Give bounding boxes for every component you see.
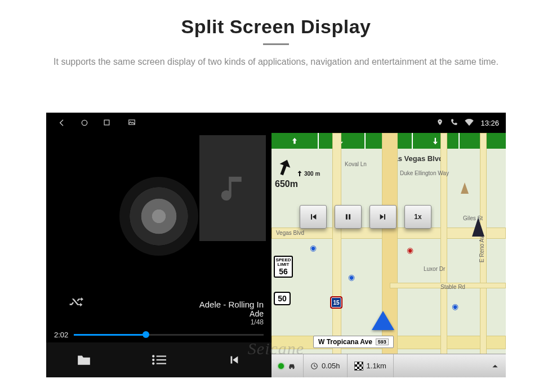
previous-track-icon[interactable] — [226, 352, 242, 368]
turn-instruction: 300 m 650m — [275, 158, 320, 189]
svg-point-3 — [439, 121, 441, 122]
checkered-flag-icon — [354, 362, 363, 371]
phone-icon — [450, 118, 458, 128]
map-pin-icon: ◉ — [348, 273, 355, 282]
road-label: Stable Rd — [440, 284, 465, 290]
progress-bar[interactable] — [74, 334, 264, 336]
device-frame: 13:26 Adele - Rolling In Ade 1/48 2:02 — [46, 113, 506, 377]
road-label: Giles St — [463, 215, 483, 221]
nav-speed-button[interactable]: 1x — [404, 205, 431, 229]
navigation-footer: 0.05h 1.1km — [271, 354, 506, 377]
folder-icon[interactable] — [76, 352, 92, 368]
road-label: Vegas Blvd — [276, 230, 304, 236]
back-icon[interactable] — [57, 118, 66, 127]
svg-point-13 — [292, 367, 293, 368]
chevron-up-icon — [491, 362, 499, 370]
svg-point-6 — [152, 359, 154, 361]
interstate-shield: 15 — [330, 296, 342, 309]
next-turn: 300 m — [296, 170, 320, 177]
android-status-bar: 13:26 — [46, 113, 506, 133]
svg-rect-11 — [349, 214, 350, 219]
svg-rect-9 — [157, 363, 166, 364]
nav-pause-button[interactable] — [335, 205, 362, 229]
page-title: Split Screen Display — [0, 16, 552, 38]
svg-rect-10 — [346, 214, 348, 219]
title-divider — [263, 43, 289, 45]
track-artist: Ade — [54, 309, 264, 318]
map-pin-icon: ◉ — [310, 243, 317, 252]
home-icon[interactable] — [80, 118, 89, 127]
svg-point-4 — [152, 355, 154, 357]
navigation-pane: S Las Vegas Blvd 300 m 650m Koval Ln — [271, 133, 506, 377]
nav-distance-cell[interactable]: 1.1km — [348, 354, 394, 377]
svg-rect-7 — [157, 359, 166, 360]
turn-distance: 650m — [275, 179, 320, 189]
track-index: 1/48 — [54, 318, 264, 326]
nav-next-button[interactable] — [370, 205, 397, 229]
map-pin-icon: ◉ — [452, 302, 458, 311]
svg-point-12 — [290, 367, 291, 368]
recent-apps-icon[interactable] — [103, 118, 111, 127]
status-clock: 13:26 — [480, 119, 499, 127]
album-art-disc — [130, 187, 188, 246]
speed-limit-sign: SPEED LIMIT 56 — [274, 256, 293, 278]
nav-distance: 1.1km — [367, 362, 386, 370]
music-note-tile — [199, 135, 266, 241]
shuffle-icon[interactable] — [69, 296, 83, 309]
svg-point-8 — [152, 362, 154, 364]
user-location-arrow — [372, 311, 394, 330]
nav-eta: 0.05h — [322, 362, 340, 370]
nav-expand-cell[interactable] — [484, 354, 506, 377]
picture-icon[interactable] — [128, 118, 136, 127]
playlist-icon[interactable] — [151, 352, 167, 368]
map-pin-icon: ◉ — [407, 246, 413, 255]
elapsed-time: 2:02 — [54, 331, 68, 339]
road-label: Duke Ellington Way — [400, 170, 449, 176]
nav-eta-cell[interactable]: 0.05h — [304, 354, 348, 377]
wifi-icon — [465, 119, 474, 127]
location-icon — [437, 118, 443, 128]
nav-status-cell[interactable] — [271, 354, 304, 377]
music-player-pane: Adele - Rolling In Ade 1/48 2:02 — [46, 133, 271, 377]
car-icon — [287, 362, 296, 371]
road-label: Koval Ln — [345, 161, 367, 167]
current-speed: 50 — [274, 292, 291, 305]
road-label: E Reno Av — [479, 236, 485, 262]
current-street-bar: W Tropicana Ave 593 — [313, 336, 394, 348]
svg-rect-1 — [104, 120, 109, 125]
status-dot-icon — [278, 363, 284, 369]
track-title: Adele - Rolling In — [54, 300, 264, 309]
turn-left-icon — [275, 158, 294, 177]
road-label: Luxor Dr — [424, 266, 445, 272]
landmark-icon — [461, 182, 469, 194]
svg-point-0 — [82, 120, 87, 125]
page-subtitle: It supports the same screen display of t… — [34, 55, 518, 68]
nav-prev-button[interactable] — [300, 205, 327, 229]
svg-rect-5 — [157, 355, 166, 357]
clock-icon — [310, 362, 318, 370]
